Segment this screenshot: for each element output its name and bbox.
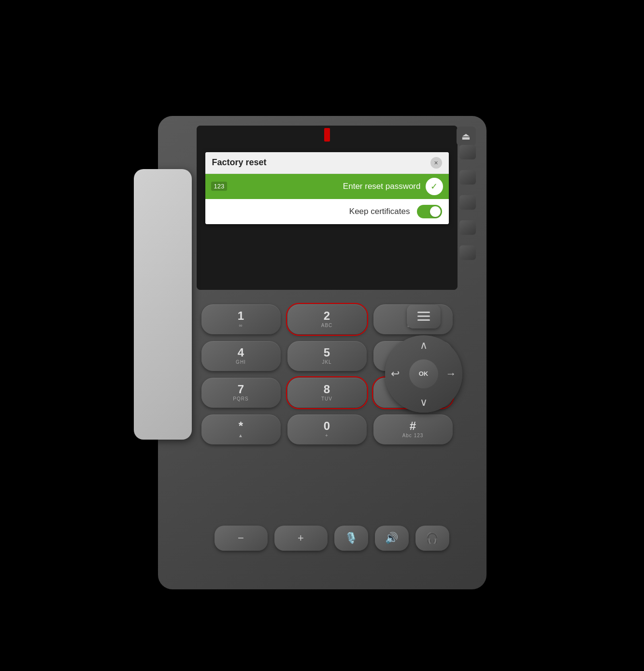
key-1-letters: ∞ <box>239 323 243 328</box>
menu-lines-icon <box>417 312 430 321</box>
dpad-outer: ∧ ∨ ↩ → OK <box>385 335 462 413</box>
key-star[interactable]: * ▲ <box>201 414 281 444</box>
key-7[interactable]: 7 PQRS <box>201 378 281 408</box>
dialog-certs-label: Keep certificates <box>349 207 410 216</box>
dialog-title-bar: Factory reset × <box>205 152 449 174</box>
menu-line-1 <box>417 312 430 313</box>
key-7-letters: PQRS <box>233 396 248 401</box>
key-8[interactable]: 8 TUV <box>287 378 367 408</box>
toggle-thumb <box>430 206 441 217</box>
menu-button[interactable] <box>407 304 441 328</box>
menu-line-2 <box>417 315 430 317</box>
key-4[interactable]: 4 GHI <box>201 341 281 371</box>
exit-icon: ⏏ <box>461 130 471 142</box>
key-2[interactable]: 2 ABC <box>287 304 367 334</box>
key-7-number: 7 <box>238 384 244 395</box>
key-1-number: 1 <box>238 310 244 322</box>
key-5-number: 5 <box>324 347 330 358</box>
ok-label: OK <box>419 370 429 377</box>
speaker-icon: 🔊 <box>385 532 398 544</box>
key-2-number: 2 <box>324 310 330 322</box>
ok-button[interactable]: OK <box>409 359 438 388</box>
soft-key-1[interactable] <box>459 145 476 159</box>
key-8-number: 8 <box>324 384 330 395</box>
dialog-password-row: 123 Enter reset password ✓ <box>205 174 449 199</box>
key-2-letters: ABC <box>321 323 333 328</box>
back-button[interactable]: ↩ <box>391 368 400 380</box>
back-arrow-icon: ↩ <box>391 368 400 380</box>
dpad-down-button[interactable]: ∨ <box>420 396 428 409</box>
up-arrow-icon: ∧ <box>420 339 428 352</box>
dpad-container: ∧ ∨ ↩ → OK <box>385 335 462 413</box>
menu-line-3 <box>417 319 430 321</box>
dialog-title: Factory reset <box>212 157 267 168</box>
dpad-up-button[interactable]: ∧ <box>420 339 428 352</box>
mute-icon: 🎙️ <box>344 532 358 544</box>
soft-key-3[interactable] <box>459 195 476 210</box>
soft-key-2[interactable] <box>459 170 476 185</box>
volume-down-button[interactable]: − <box>215 526 268 551</box>
key-star-number: * <box>239 420 243 432</box>
nav-cluster: ∧ ∨ ↩ → OK <box>375 304 472 413</box>
key-0-letters: + <box>325 433 329 438</box>
dialog-close-button[interactable]: × <box>430 157 442 169</box>
factory-reset-dialog: Factory reset × 123 Enter reset password… <box>205 152 449 224</box>
key-8-letters: TUV <box>321 396 332 401</box>
speaker-button[interactable]: 🔊 <box>375 526 409 551</box>
down-arrow-icon: ∨ <box>420 396 428 409</box>
key-4-number: 4 <box>238 347 244 358</box>
right-soft-keys <box>459 145 476 260</box>
volume-up-button[interactable]: + <box>274 526 328 551</box>
minus-icon: − <box>238 532 244 544</box>
right-arrow-icon: → <box>446 368 457 380</box>
key-hash-letters: Abc 123 <box>402 433 424 438</box>
screen-display: Factory reset × 123 Enter reset password… <box>197 126 458 290</box>
key-5[interactable]: 5 JKL <box>287 341 367 371</box>
key-star-letters: ▲ <box>238 433 243 438</box>
key-0-number: 0 <box>324 420 330 432</box>
handset <box>134 169 192 440</box>
key-4-letters: GHI <box>236 359 246 365</box>
phone-container: Factory reset × 123 Enter reset password… <box>134 82 511 589</box>
soft-key-5[interactable] <box>459 245 476 260</box>
key-hash-number: # <box>410 420 416 432</box>
key-hash[interactable]: # Abc 123 <box>373 414 453 444</box>
soft-key-4[interactable] <box>459 220 476 235</box>
key-0[interactable]: 0 + <box>287 414 367 444</box>
phone-body: Factory reset × 123 Enter reset password… <box>158 116 487 589</box>
exit-button[interactable]: ⏏ <box>457 127 476 146</box>
dialog-123-badge: 123 <box>211 182 228 191</box>
keep-certificates-toggle[interactable] <box>417 205 442 218</box>
dpad-right-button[interactable]: → <box>446 368 457 380</box>
screen-indicator <box>324 128 330 142</box>
mute-button[interactable]: 🎙️ <box>334 526 368 551</box>
plus-icon: + <box>298 532 304 544</box>
dialog-confirm-button[interactable]: ✓ <box>426 178 443 195</box>
bottom-buttons: − + 🎙️ 🔊 🎧 <box>201 526 462 551</box>
headset-icon: 🎧 <box>426 532 439 544</box>
dialog-password-label: Enter reset password <box>232 182 425 191</box>
key-1[interactable]: 1 ∞ <box>201 304 281 334</box>
screen-area: Factory reset × 123 Enter reset password… <box>197 126 458 290</box>
key-5-letters: JKL <box>322 359 331 365</box>
headset-button[interactable]: 🎧 <box>415 526 449 551</box>
dialog-certs-row: Keep certificates <box>205 199 449 224</box>
